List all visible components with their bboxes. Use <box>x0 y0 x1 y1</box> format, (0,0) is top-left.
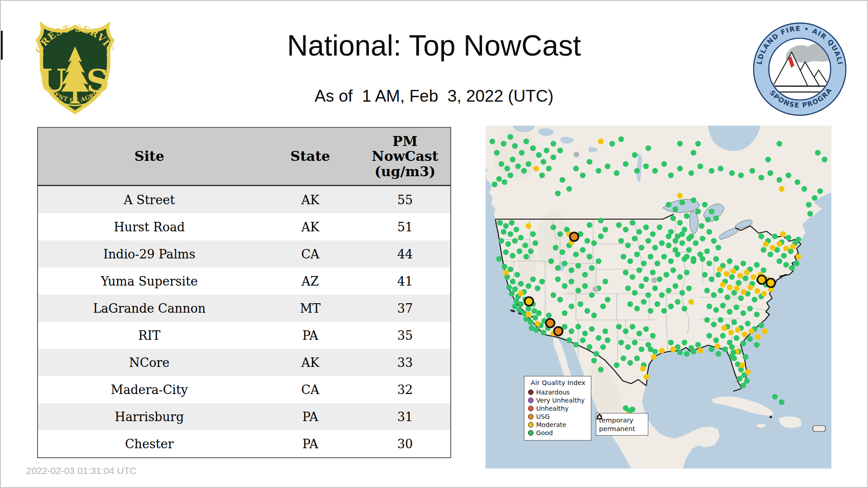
aqi-dot <box>749 328 755 334</box>
aqi-dot <box>670 347 676 352</box>
aqi-dot <box>514 227 519 233</box>
aqi-dot <box>790 244 796 250</box>
aqi-dot <box>677 193 683 199</box>
aqi-dot <box>548 258 554 264</box>
aqi-dot <box>659 292 665 298</box>
site-cell: Chester <box>38 430 261 458</box>
aqi-dot <box>494 150 500 156</box>
aqi-dot <box>659 348 665 354</box>
aqi-dot <box>573 252 579 258</box>
aqi-dot <box>716 245 722 251</box>
site-cell: Yuma Supersite <box>38 267 261 295</box>
aqi-dot <box>632 340 638 346</box>
aqi-dot <box>724 271 730 277</box>
aqi-legend-item: Unhealthy <box>528 404 588 413</box>
aqi-dot <box>677 220 683 226</box>
aqi-dot <box>716 272 722 278</box>
table-row: LaGrande CannonMT37 <box>38 295 451 322</box>
aqi-dot <box>523 243 528 249</box>
aqi-dot <box>762 328 768 334</box>
aqi-legend-item: Hazardous <box>528 388 588 396</box>
aqi-dot <box>727 309 733 315</box>
aqi-dot <box>600 344 606 350</box>
aqi-dot <box>603 328 609 334</box>
site-cell: LaGrande Cannon <box>38 295 261 322</box>
marker-legend-item: permanent <box>599 424 645 433</box>
aqi-dot <box>770 245 776 251</box>
table-row: NCoreAK33 <box>38 349 451 376</box>
aqi-dot <box>512 143 518 149</box>
aqi-dot <box>625 344 631 350</box>
aqi-dot <box>741 289 747 295</box>
aqi-dot <box>518 235 524 241</box>
aqi-dot <box>761 291 767 297</box>
aqi-dot <box>743 354 749 360</box>
aqi-dot <box>752 297 758 303</box>
aqi-dot <box>713 338 719 343</box>
aqi-dot <box>533 315 538 321</box>
aqi-dot <box>641 261 647 267</box>
aqi-color-swatch <box>528 422 533 427</box>
aqi-dot <box>691 349 697 355</box>
aqi-dot <box>639 347 645 352</box>
aqi-dot <box>755 334 761 340</box>
aqi-color-swatch <box>528 398 533 403</box>
aqi-dot <box>807 211 813 217</box>
aqi-dot <box>596 258 602 264</box>
aqi-dot <box>594 351 599 357</box>
aqi-dot <box>684 254 690 260</box>
aqi-dot <box>783 262 789 268</box>
aqi-dot <box>533 327 539 333</box>
aqi-dot <box>546 313 552 319</box>
marker-legend-label: permanent <box>599 425 635 432</box>
col-header-state: State <box>261 127 360 186</box>
aqi-dot <box>576 288 581 294</box>
table-row: Indio-29 PalmsCA44 <box>38 240 451 267</box>
aqi-dot <box>777 241 783 247</box>
aqi-dot <box>623 270 629 276</box>
table-row: A StreetAK55 <box>38 186 451 214</box>
aqi-dot <box>524 139 529 145</box>
aqi-dot <box>689 299 694 305</box>
aqi-dot <box>722 347 728 352</box>
aqi-dot <box>743 276 749 282</box>
aqi-legend-label: Unhealthy <box>536 405 569 412</box>
aqi-dot <box>505 166 510 172</box>
aqi-dot <box>711 322 717 328</box>
aqi-dot <box>759 234 764 239</box>
aqi-dot <box>794 261 800 267</box>
aqi-dot <box>777 258 783 264</box>
aqi-dot <box>621 356 627 361</box>
aqi-dot <box>533 240 538 246</box>
aqi-dot <box>727 258 733 264</box>
aqi-dot <box>530 231 536 237</box>
aqi-dot <box>576 324 581 330</box>
temporary-site-marker <box>767 279 775 287</box>
aqi-dot <box>717 267 723 272</box>
aqi-dot <box>668 173 674 178</box>
aqi-dot <box>569 279 575 285</box>
aqi-dot <box>765 157 771 163</box>
aqi-dot <box>737 273 743 279</box>
aqi-dot <box>772 234 778 239</box>
aqi-dot <box>783 246 789 252</box>
aqi-dot <box>596 335 602 341</box>
aqi-dot <box>535 286 541 291</box>
aqi-dot <box>711 292 717 298</box>
aqi-dot <box>686 247 692 253</box>
aqi-dot <box>509 291 515 297</box>
aqi-dot <box>625 243 631 249</box>
aqi-dot <box>503 270 509 276</box>
aqi-dot <box>675 234 681 239</box>
aqi-dot <box>744 378 750 384</box>
aqi-dot <box>648 254 654 260</box>
aqi-map: Air Quality Index HazardousVery Unhealth… <box>486 126 831 469</box>
aqi-dot <box>605 338 611 343</box>
aqi-dot <box>512 238 518 244</box>
value-cell: 41 <box>360 267 451 295</box>
aqi-dot <box>576 263 581 269</box>
aqi-dot <box>646 292 651 298</box>
aqi-dot <box>707 304 712 310</box>
aqi-dot <box>553 245 559 251</box>
aqi-dot <box>536 152 542 158</box>
